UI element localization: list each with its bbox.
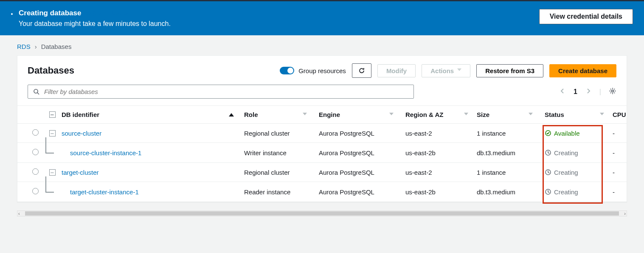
cpu-cell: -	[613, 169, 627, 176]
group-resources-toggle[interactable]: Group resources	[280, 67, 346, 74]
engine-cell: Aurora PostgreSQL	[319, 188, 405, 196]
breadcrumb: RDS › Databases	[0, 35, 644, 55]
scrollbar-thumb[interactable]	[25, 211, 619, 216]
view-credentials-button[interactable]: View credential details	[539, 9, 633, 24]
table-row: −source-clusterRegional clusterAurora Po…	[17, 123, 627, 142]
next-page-button[interactable]	[585, 88, 592, 96]
svg-line-1	[37, 93, 39, 94]
row-radio[interactable]	[32, 129, 39, 136]
search-input[interactable]	[28, 85, 414, 99]
toggle-switch-icon	[280, 67, 294, 74]
svg-point-2	[612, 90, 614, 92]
cpu-cell: -	[613, 130, 627, 137]
actions-label: Actions	[430, 67, 454, 74]
prev-page-button[interactable]	[559, 88, 566, 96]
status-cell: Creating	[545, 188, 613, 196]
page-title: Databases	[28, 65, 74, 76]
clock-icon	[545, 169, 551, 176]
region-cell: us-east-2b	[405, 188, 477, 196]
region-cell: us-east-2b	[405, 149, 477, 156]
svg-point-0	[34, 89, 38, 93]
role-cell: Regional cluster	[244, 130, 319, 137]
actions-button: Actions	[422, 64, 470, 77]
column-db-identifier[interactable]: DB identifier	[62, 111, 244, 118]
restore-from-s3-button[interactable]: Restore from S3	[476, 64, 543, 77]
horizontal-scrollbar[interactable]: ‹ ›	[17, 210, 627, 216]
check-circle-icon	[545, 130, 551, 136]
row-collapse-button[interactable]: −	[49, 169, 56, 176]
column-engine[interactable]: Engine	[319, 111, 405, 118]
region-cell: us-east-2	[405, 169, 477, 176]
status-cell: Available	[545, 130, 613, 137]
chevron-right-icon	[585, 88, 592, 94]
sort-icon	[303, 113, 307, 117]
refresh-icon	[358, 67, 365, 74]
scroll-right-icon: ›	[624, 211, 626, 216]
chevron-right-icon: ›	[35, 43, 37, 50]
table-row: target-cluster-instance-1Reader instance…	[17, 182, 627, 202]
row-radio[interactable]	[32, 149, 39, 155]
role-cell: Writer instance	[244, 149, 319, 156]
clock-icon	[545, 149, 551, 156]
caret-down-icon	[457, 68, 461, 73]
page-number: 1	[574, 88, 577, 96]
status-cell: Creating	[545, 169, 613, 176]
db-identifier-link[interactable]: target-cluster	[62, 169, 99, 176]
breadcrumb-root[interactable]: RDS	[17, 43, 31, 50]
tree-branch-icon	[43, 148, 62, 157]
sort-icon	[389, 113, 394, 117]
table-row: source-cluster-instance-1Writer instance…	[17, 142, 627, 162]
gear-icon	[609, 87, 616, 95]
databases-panel: Databases Group resources Modify Actions…	[17, 55, 627, 202]
sort-icon	[529, 113, 533, 117]
table-row: −target-clusterRegional clusterAurora Po…	[17, 162, 627, 182]
sort-asc-icon	[229, 113, 234, 117]
breadcrumb-current: Databases	[41, 43, 72, 50]
engine-cell: Aurora PostgreSQL	[319, 130, 405, 137]
sort-icon	[600, 113, 604, 117]
role-cell: Regional cluster	[244, 169, 319, 176]
engine-cell: Aurora PostgreSQL	[319, 169, 405, 176]
engine-cell: Aurora PostgreSQL	[319, 149, 405, 156]
table-header-row: − DB identifier Role Engine Region & AZ …	[17, 105, 627, 123]
size-cell: 1 instance	[477, 130, 545, 137]
region-cell: us-east-2	[405, 130, 477, 137]
size-cell: db.t3.medium	[477, 188, 545, 196]
column-size[interactable]: Size	[477, 111, 545, 118]
row-radio[interactable]	[32, 188, 39, 194]
filter-field[interactable]	[44, 88, 408, 95]
row-collapse-button[interactable]: −	[49, 130, 56, 136]
create-database-button[interactable]: Create database	[549, 64, 616, 77]
clock-icon	[545, 188, 551, 195]
modify-button: Modify	[377, 64, 416, 77]
settings-button[interactable]	[609, 87, 616, 97]
search-icon	[33, 88, 40, 95]
column-cpu[interactable]: CPU	[613, 111, 627, 118]
group-resources-label: Group resources	[298, 67, 346, 74]
databases-table: − DB identifier Role Engine Region & AZ …	[17, 105, 627, 202]
db-identifier-link[interactable]: target-cluster-instance-1	[62, 188, 139, 196]
db-identifier-link[interactable]: source-cluster	[62, 130, 101, 137]
status-cell: Creating	[545, 149, 613, 156]
notification-banner: Creating database target-cluster Your da…	[0, 1, 644, 35]
db-identifier-link[interactable]: source-cluster-instance-1	[62, 149, 141, 156]
column-region-az[interactable]: Region & AZ	[405, 111, 477, 118]
scroll-left-icon: ‹	[18, 211, 20, 216]
column-status[interactable]: Status	[545, 111, 613, 118]
sort-icon	[464, 113, 468, 117]
role-cell: Reader instance	[244, 188, 319, 196]
size-cell: db.t3.medium	[477, 149, 545, 156]
cpu-cell: -	[613, 149, 627, 156]
chevron-left-icon	[559, 88, 566, 94]
banner-title: Creating database target-cluster	[19, 9, 171, 17]
banner-database-link[interactable]: target-cluster	[83, 9, 129, 17]
banner-bullet-icon	[11, 13, 13, 15]
column-role[interactable]: Role	[244, 111, 319, 118]
collapse-all-button[interactable]: −	[49, 111, 56, 118]
refresh-button[interactable]	[352, 63, 371, 78]
size-cell: 1 instance	[477, 169, 545, 176]
cpu-cell: -	[613, 188, 627, 196]
row-radio[interactable]	[32, 168, 39, 175]
banner-subtitle: Your database might take a few minutes t…	[19, 20, 171, 28]
tree-branch-icon	[43, 188, 62, 196]
